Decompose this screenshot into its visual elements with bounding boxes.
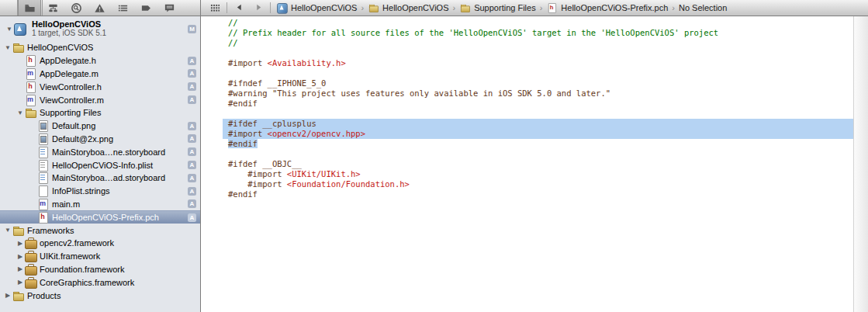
doc-story-icon bbox=[37, 172, 49, 183]
project-subtitle: 1 target, iOS SDK 5.1 bbox=[32, 29, 188, 38]
sidebar-item-uikit-framework[interactable]: ▶UIKit.framework bbox=[0, 250, 200, 263]
sidebar-item-frameworks[interactable]: ▼Frameworks bbox=[0, 224, 200, 237]
doc-h-icon bbox=[25, 55, 36, 66]
code-segment: #import bbox=[228, 169, 287, 179]
code-line[interactable]: #import <opencv2/opencv.hpp> bbox=[223, 129, 853, 139]
sidebar-item-mainstoryboa-ad-storyboard[interactable]: MainStoryboa…ad.storyboardA bbox=[0, 172, 200, 185]
code-segment: // Prefix header for all source files of… bbox=[228, 28, 718, 37]
doc-plist-icon bbox=[37, 160, 49, 171]
vcs-status-badge: A bbox=[188, 57, 196, 65]
log-navigator-button[interactable] bbox=[157, 0, 181, 16]
breadcrumb-item[interactable]: HelloOpenCViOS bbox=[368, 2, 448, 13]
symbol-navigator-button[interactable] bbox=[41, 0, 64, 16]
disclosure-triangle[interactable]: ▼ bbox=[3, 227, 12, 234]
sidebar-item-default-2x-png[interactable]: Default@2x.pngA bbox=[0, 133, 200, 146]
sidebar-item-opencv2-framework[interactable]: ▶opencv2.framework bbox=[0, 237, 200, 250]
code-line[interactable]: // bbox=[223, 38, 853, 48]
code-line[interactable] bbox=[223, 68, 853, 78]
code-line[interactable]: #endif bbox=[223, 99, 853, 109]
code-line[interactable]: #import <Foundation/Foundation.h> bbox=[223, 179, 853, 189]
sidebar-item-appdelegate-m[interactable]: AppDelegate.mA bbox=[0, 68, 200, 81]
disclosure-triangle[interactable]: ▼ bbox=[3, 44, 12, 51]
sidebar-item-project-root[interactable]: ▼ HelloOpenCViOS 1 target, iOS SDK 5.1 M bbox=[0, 16, 200, 41]
breadcrumb-item[interactable]: HelloOpenCViOS-Prefix.pch bbox=[546, 2, 668, 13]
list-bars-icon bbox=[117, 2, 129, 14]
vcs-status-badge: A bbox=[188, 187, 196, 196]
code-line[interactable]: #ifndef __IPHONE_5_0 bbox=[223, 78, 853, 88]
code-line[interactable]: #endif bbox=[223, 139, 853, 149]
sidebar-item-supporting-files[interactable]: ▼Supporting Files bbox=[0, 106, 200, 120]
sidebar-item-mainstoryboa-ne-storyboard[interactable]: MainStoryboa…ne.storyboardA bbox=[0, 145, 200, 158]
toolbar-separator bbox=[42, 0, 43, 16]
forward-button[interactable] bbox=[251, 0, 266, 16]
code-line[interactable]: #endif bbox=[223, 189, 853, 199]
vcs-status-badge: A bbox=[188, 95, 196, 104]
sidebar-item-helloopencvios-prefix-pch[interactable]: HelloOpenCViOS-Prefix.pchA bbox=[0, 210, 200, 224]
code-line[interactable]: #import <UIKit/UIKit.h> bbox=[223, 169, 853, 179]
code-segment: // bbox=[228, 18, 238, 27]
item-label: Frameworks bbox=[27, 226, 196, 235]
chevron-right-icon: › bbox=[671, 3, 676, 12]
disclosure-triangle[interactable]: ▼ bbox=[16, 109, 25, 116]
sidebar-item-helloopencvios-info-plist[interactable]: HelloOpenCViOS-Info.plistA bbox=[0, 158, 200, 172]
disclosure-triangle[interactable]: ▶ bbox=[16, 240, 25, 247]
back-button[interactable] bbox=[231, 0, 247, 16]
sidebar-item-default-png[interactable]: Default.pngA bbox=[0, 120, 200, 133]
source-editor[interactable]: //// Prefix header for all source files … bbox=[201, 16, 853, 312]
breadcrumb-item[interactable]: Supporting Files bbox=[459, 2, 536, 13]
sidebar-item-viewcontroller-m[interactable]: ViewController.mA bbox=[0, 93, 200, 106]
sidebar-item-main-m[interactable]: main.mA bbox=[0, 198, 200, 211]
code-line[interactable]: // Prefix header for all source files of… bbox=[223, 28, 853, 38]
breakpoint-navigator-button[interactable] bbox=[134, 0, 157, 16]
selected-text: #endif bbox=[228, 139, 258, 148]
item-label: Default@2x.png bbox=[52, 134, 188, 144]
pane-divider[interactable] bbox=[200, 0, 201, 312]
related-files-button[interactable] bbox=[207, 0, 223, 16]
breadcrumb-label: Supporting Files bbox=[474, 3, 536, 12]
sidebar-item-products[interactable]: ▶Products bbox=[0, 289, 200, 302]
sidebar-item-helloopencvios[interactable]: ▼HelloOpenCViOS bbox=[0, 41, 200, 54]
code-line[interactable] bbox=[223, 48, 853, 58]
code-line[interactable] bbox=[223, 149, 853, 159]
item-label: Supporting Files bbox=[40, 108, 196, 117]
scrollbar-track[interactable] bbox=[853, 16, 868, 312]
breadcrumb-item[interactable]: HelloOpenCViOS bbox=[276, 2, 357, 13]
project-navigator-button[interactable] bbox=[18, 0, 41, 16]
debug-navigator-button[interactable] bbox=[111, 0, 134, 16]
breadcrumb-item[interactable]: No Selection bbox=[679, 3, 727, 12]
framework-icon bbox=[25, 277, 36, 288]
issue-navigator-button[interactable] bbox=[88, 0, 111, 16]
code-line[interactable]: #warning "This project uses features onl… bbox=[223, 88, 853, 99]
item-label: ViewController.h bbox=[40, 82, 188, 92]
doc-h-icon bbox=[547, 3, 557, 12]
sidebar-item-coregraphics-framework[interactable]: ▶CoreGraphics.framework bbox=[0, 276, 200, 289]
code-line[interactable]: // bbox=[223, 18, 853, 28]
code-line[interactable]: #ifdef __cplusplus bbox=[223, 119, 853, 129]
item-label: main.m bbox=[52, 199, 188, 209]
code-line[interactable]: #import <Availability.h> bbox=[223, 58, 853, 68]
code-line[interactable] bbox=[223, 109, 853, 119]
disclosure-triangle[interactable]: ▶ bbox=[16, 253, 25, 260]
sidebar-item-viewcontroller-h[interactable]: ViewController.hA bbox=[0, 80, 200, 93]
search-navigator-button[interactable] bbox=[64, 0, 88, 16]
disclosure-triangle[interactable]: ▶ bbox=[16, 265, 25, 272]
item-label: MainStoryboa…ad.storyboard bbox=[52, 173, 188, 182]
code-line[interactable]: #ifdef __OBJC__ bbox=[223, 159, 853, 169]
item-label: AppDelegate.h bbox=[40, 56, 188, 65]
disclosure-triangle[interactable]: ▶ bbox=[16, 279, 25, 286]
code-segment: <UIKit/UIKit.h> bbox=[287, 169, 361, 179]
code-segment: #ifdef __cplusplus bbox=[228, 119, 316, 128]
jumpbar-separator bbox=[270, 2, 271, 13]
disclosure-triangle[interactable]: ▶ bbox=[3, 292, 12, 299]
project-navigator: ▼ HelloOpenCViOS 1 target, iOS SDK 5.1 M… bbox=[0, 16, 200, 312]
chevron-right-icon: › bbox=[539, 3, 544, 12]
xcode-window: HelloOpenCViOS›HelloOpenCViOS›Supporting… bbox=[0, 0, 868, 312]
sidebar-item-infoplist-strings[interactable]: InfoPlist.stringsA bbox=[0, 185, 200, 198]
sidebar-item-foundation-framework[interactable]: ▶Foundation.framework bbox=[0, 263, 200, 276]
forward-arrow-icon bbox=[255, 3, 262, 12]
item-label: InfoPlist.strings bbox=[52, 186, 188, 196]
sidebar-item-appdelegate-h[interactable]: AppDelegate.hA bbox=[0, 54, 200, 68]
item-label: opencv2.framework bbox=[40, 238, 196, 248]
disclosure-triangle[interactable]: ▼ bbox=[5, 26, 14, 33]
folder-icon bbox=[25, 107, 36, 118]
